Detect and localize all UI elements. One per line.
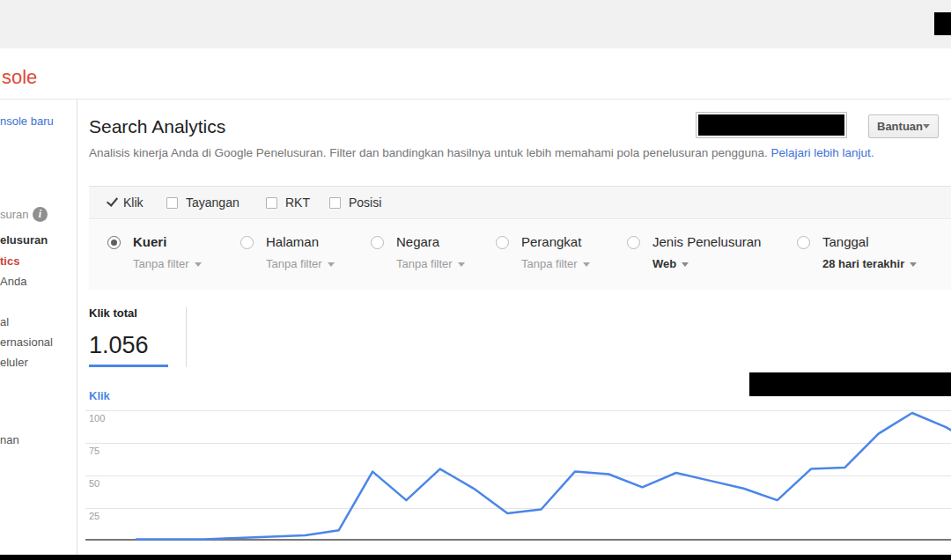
sidebar-item-new-console[interactable]: nsole baru [0,114,54,128]
filter-dropdown[interactable]: Tanpa filter [266,257,335,270]
filter-dropdown[interactable]: Tanpa filter [521,257,590,270]
filter-panel: Klik Tayangan RKT Posisi Kueri [89,186,951,289]
metric-row: Klik Tayangan RKT Posisi [89,187,951,219]
caret-down-icon [910,262,917,267]
account-redaction [696,112,847,138]
sidebar-item-links-to-site[interactable]: Anda [0,275,26,288]
dimension-halaman[interactable]: Halaman Tanpa filter [240,234,335,270]
total-clicks-underline [89,365,168,367]
sidebar-item-mobile[interactable]: eluler [0,356,28,369]
metric-toggle-rkt[interactable]: RKT [266,187,310,218]
dimension-negara[interactable]: Negara Tanpa filter [371,234,465,270]
dimension-label: Perangkat [521,234,590,249]
checkbox-icon [166,197,178,209]
filter-value: Tanpa filter [521,257,578,270]
filter-dropdown[interactable]: Tanpa filter [133,257,202,270]
sidebar-item-internal-links[interactable]: al [0,315,9,328]
metric-label: Posisi [349,195,381,210]
total-clicks-label: Klik total [89,306,137,320]
checkbox-icon [266,197,277,209]
dimension-label: Kueri [133,234,202,249]
filter-dropdown[interactable]: Tanpa filter [396,257,465,270]
sidebar-item-search-appearance[interactable]: suran [0,208,29,221]
dimension-jenis-penelusuran[interactable]: Jenis Penelusuran Web [627,234,761,270]
check-icon [107,195,118,207]
dimension-label: Tanggal [822,234,917,249]
account-redaction-fill [698,114,844,136]
radio-icon[interactable] [496,236,509,249]
clicks-line-chart [0,370,951,555]
dimension-tanggal[interactable]: Tanggal 28 hari terakhir [797,234,917,270]
caret-down-icon [195,262,202,267]
radio-icon[interactable] [371,236,384,249]
radio-icon[interactable] [627,236,640,249]
help-button-label: Bantuan [877,120,923,133]
metric-label: Klik [123,195,144,210]
page-title: Search Analytics [89,116,225,137]
filter-value: Tanpa filter [266,257,322,270]
caret-down-icon [458,262,465,267]
sidebar-item-international[interactable]: ernasional [0,335,53,349]
total-clicks-value: 1.056 [89,332,149,359]
topbar-redaction [934,12,951,35]
metric-label: RKT [285,195,310,210]
header-divider [0,99,951,99]
bottom-redaction-bar [0,555,951,560]
dimension-row: Kueri Tanpa filter Halaman Tanpa filter [89,220,951,290]
dimension-label: Halaman [266,234,335,249]
filter-dropdown[interactable]: 28 hari terakhir [822,257,917,270]
checkbox-icon [329,197,341,209]
caret-down-icon [682,262,689,267]
metric-toggle-tayangan[interactable]: Tayangan [166,187,240,218]
dimension-perangkat[interactable]: Perangkat Tanpa filter [496,234,590,270]
caret-down-icon [583,262,590,267]
chart-redaction [749,372,951,396]
sidebar-section-search-traffic[interactable]: elusuran [0,233,48,247]
metric-toggle-posisi[interactable]: Posisi [329,187,381,218]
radio-icon[interactable] [797,236,810,249]
chevron-down-icon [923,124,930,129]
dimension-label: Jenis Penelusuran [652,234,761,249]
learn-more-link[interactable]: Pelajari lebih lanjut. [771,146,874,159]
filter-dropdown[interactable]: Web [652,257,761,270]
total-card-divider [186,307,187,367]
filter-value: 28 hari terakhir [822,257,904,270]
metric-toggle-klik[interactable]: Klik [109,187,144,218]
sidebar-item-search-analytics[interactable]: tics [0,254,19,268]
subtitle-text: Analisis kinerja Anda di Google Penelusu… [89,146,771,159]
radio-icon[interactable] [107,236,121,249]
page-subtitle: Analisis kinerja Anda di Google Penelusu… [89,146,874,159]
logo-text[interactable]: sole [2,66,37,89]
filter-value: Tanpa filter [133,257,189,270]
header: sole Bantuan [0,48,951,99]
info-icon[interactable] [33,207,48,222]
caret-down-icon [328,262,335,267]
search-console-app: sole Bantuan nsole baru suran elusuran t… [0,0,951,560]
dimension-kueri[interactable]: Kueri Tanpa filter [107,234,202,270]
radio-icon[interactable] [240,236,254,249]
help-button[interactable]: Bantuan [868,114,939,138]
filter-value: Web [652,257,676,270]
clicks-line [136,413,951,540]
dimension-label: Negara [396,234,465,249]
filter-value: Tanpa filter [396,257,453,270]
topbar [0,0,951,48]
metric-label: Tayangan [186,195,240,210]
